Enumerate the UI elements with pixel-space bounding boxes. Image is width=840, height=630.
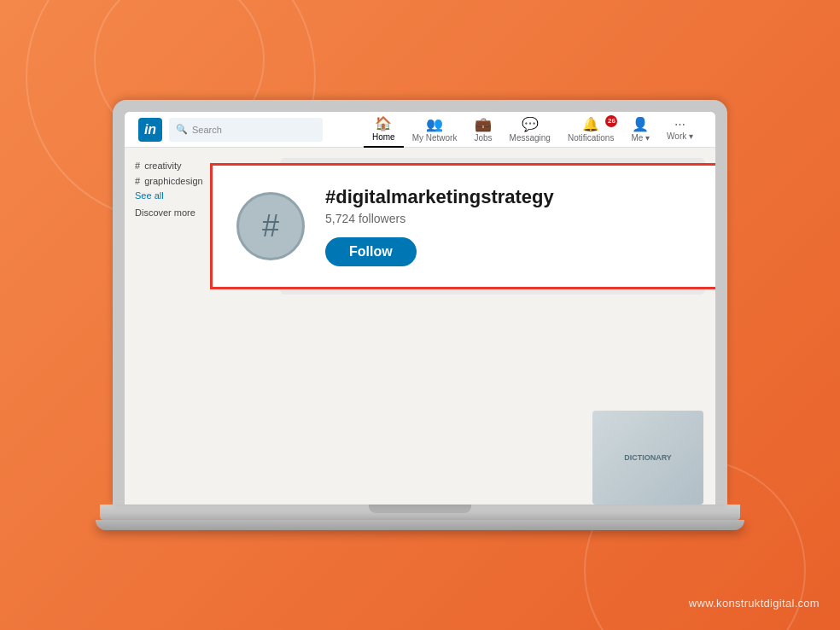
home-icon: 🏠 <box>375 115 392 131</box>
nav-item-home[interactable]: 🏠 Home <box>364 112 404 148</box>
screen-inner: in 🔍 Search 🏠 Home 👥 My Network <box>125 112 715 505</box>
search-icon: 🔍 <box>176 124 188 135</box>
laptop: in 🔍 Search 🏠 Home 👥 My Network <box>113 100 727 530</box>
hashtag-icon-1: # <box>135 160 140 171</box>
network-icon: 👥 <box>426 116 443 132</box>
laptop-hinge <box>369 505 471 513</box>
laptop-foot <box>96 520 744 530</box>
highlight-card-wrapper: # #digitalmarketingstrategy 5,724 follow… <box>210 163 715 289</box>
nav-label-network: My Network <box>412 133 458 143</box>
nav-item-messaging[interactable]: 💬 Messaging <box>501 112 559 148</box>
book-label: DICTIONARY <box>624 453 672 462</box>
nav-item-work[interactable]: ⋯ Work ▾ <box>658 112 702 148</box>
hashtag-name: #digitalmarketingstrategy <box>325 186 715 208</box>
nav-label-notifications: Notifications <box>568 133 614 143</box>
nav-label-me: Me ▾ <box>631 133 650 143</box>
hashtag-symbol: # <box>262 208 279 244</box>
notification-badge: 26 <box>605 115 617 127</box>
search-placeholder: Search <box>192 125 222 135</box>
nav-label-messaging: Messaging <box>510 133 551 143</box>
nav-label-home: Home <box>372 132 395 142</box>
highlight-border: # #digitalmarketingstrategy 5,724 follow… <box>210 163 715 289</box>
hashtag-followers: 5,724 followers <box>325 212 715 225</box>
hashtag-card: # #digitalmarketingstrategy 5,724 follow… <box>213 166 715 287</box>
nav-label-jobs: Jobs <box>474 133 492 143</box>
linkedin-navbar: in 🔍 Search 🏠 Home 👥 My Network <box>125 112 715 148</box>
nav-item-network[interactable]: 👥 My Network <box>404 112 466 148</box>
watermark: www.konstruktdigital.com <box>689 597 820 610</box>
hashtag-icon-2: # <box>135 176 140 186</box>
me-icon: 👤 <box>632 116 649 132</box>
laptop-base <box>100 505 740 520</box>
work-icon: ⋯ <box>674 118 685 131</box>
nav-item-me[interactable]: 👤 Me ▾ <box>622 112 658 148</box>
jobs-icon: 💼 <box>475 116 492 132</box>
search-bar[interactable]: 🔍 Search <box>169 118 323 142</box>
sidebar-label-graphicdesign: graphicdesign <box>144 176 203 186</box>
sidebar-label-creativity: creativity <box>144 160 181 171</box>
nav-item-jobs[interactable]: 💼 Jobs <box>465 112 500 148</box>
linkedin-logo: in <box>138 118 162 142</box>
book-preview: DICTIONARY <box>592 411 703 505</box>
nav-item-notifications[interactable]: 26 🔔 Notifications <box>559 112 622 148</box>
follow-button[interactable]: Follow <box>325 237 417 266</box>
hashtag-avatar: # <box>236 192 305 260</box>
laptop-screen: in 🔍 Search 🏠 Home 👥 My Network <box>113 100 727 505</box>
messaging-icon: 💬 <box>522 116 539 132</box>
hashtag-info: #digitalmarketingstrategy 5,724 follower… <box>325 186 715 266</box>
notifications-icon: 🔔 <box>582 116 599 132</box>
nav-label-work: Work ▾ <box>667 131 693 141</box>
nav-items: 🏠 Home 👥 My Network 💼 Jobs 💬 Messaging <box>364 112 702 148</box>
